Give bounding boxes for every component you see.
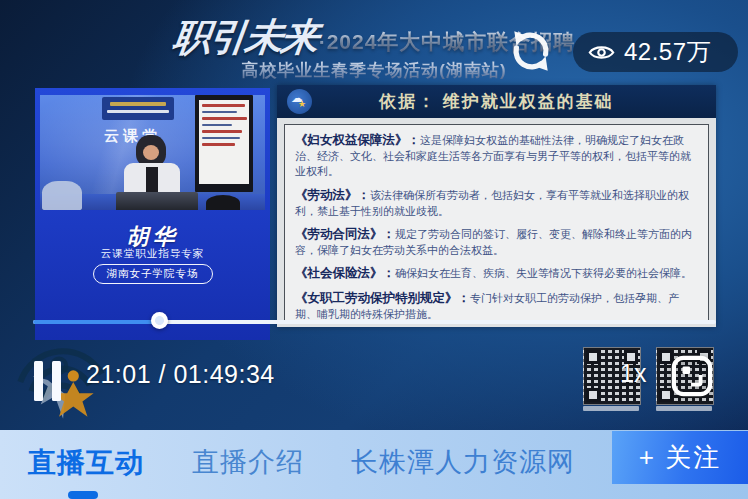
slide-header: ☁ ★ 依据： 维护就业权益的基础 [277,85,716,118]
presenter-video-panel[interactable]: 云课堂 胡华 云课堂职业指导专家 湖南女子学院专场 [35,88,270,340]
time-separator: / [151,360,173,388]
time-display: 21:01 / 01:49:34 [86,360,275,389]
eye-icon [588,43,615,62]
podium [116,192,198,210]
qr-caption-right [656,406,712,411]
law-item: 《劳动法》：该法律确保所有劳动者，包括妇女，享有平等就业和选择职业的权利，禁止基… [295,187,698,219]
presenter-role: 云课堂职业指导专家 [35,247,270,261]
tab-live-interaction[interactable]: 直播互动 [28,444,144,482]
active-tab-indicator [68,491,98,499]
law-item: 《劳动合同法》：规定了劳动合同的签订、履行、变更、解除和终止等方面的内容，保障了… [295,226,698,258]
slide-screen: ☁ ★ 依据： 维护就业权益的基础 《妇女权益保障法》：这是保障妇女权益的基础性… [277,85,716,327]
seek-thumb[interactable] [151,312,168,329]
seek-bar-played [33,320,160,324]
stage-monitor [195,95,253,192]
audience-silhouette [206,195,240,210]
presenter-shirt [146,167,158,195]
chair [42,181,82,210]
tab-live-intro[interactable]: 直播介绍 [192,444,304,480]
slide-body: 《妇女权益保障法》：这是保障妇女权益的基础性法律，明确规定了妇女在政治、经济、文… [277,118,716,327]
tab-czt-hr-site[interactable]: 长株潭人力资源网 [351,444,575,480]
law-item: 《社会保险法》：确保妇女在生育、疾病、失业等情况下获得必要的社会保障。 [295,265,698,282]
viewer-count: 42.57万 [624,36,711,68]
current-time: 21:01 [86,360,151,388]
seek-bar[interactable] [33,320,716,324]
playback-speed-button[interactable]: 1x [620,359,646,388]
refresh-icon[interactable] [506,26,556,76]
stage-banner [102,97,174,120]
session-badge: 湖南女子学院专场 [93,264,213,284]
bottom-tab-bar: 直播互动 直播介绍 长株潭人力资源网 + 关注 [0,430,748,499]
law-item: 《女职工劳动保护特别规定》：专门针对女职工的劳动保护，包括孕期、产期、哺乳期的特… [295,290,698,321]
qr-caption-left [583,406,639,411]
stage-monitor-slide [199,100,249,184]
slide-content: 《妇女权益保障法》：这是保障妇女权益的基础性法律，明确规定了妇女在政治、经济、文… [284,124,709,321]
slide-title: 依据： 维护就业权益的基础 [379,90,614,113]
camera-feed: 云课堂 [40,95,265,210]
cloud-star-logo: ☁ ★ [287,89,312,114]
presenter-face [143,145,159,160]
fullscreen-icon[interactable] [671,355,713,397]
duration: 01:49:34 [173,360,274,388]
pause-button[interactable] [34,361,61,401]
event-title-script: 职引未来 [170,12,320,63]
star-icon: ★ [298,99,306,109]
follow-button[interactable]: + 关注 [612,431,748,484]
law-item: 《妇女权益保障法》：这是保障妇女权益的基础性法律，明确规定了妇女在政治、经济、文… [295,132,698,180]
viewer-count-badge: 42.57万 [573,32,738,72]
live-player-screen[interactable]: 职引未来 ·2024年大中城市联合招聘 高校毕业生春季专场活动(湖南站) 42.… [0,0,748,499]
